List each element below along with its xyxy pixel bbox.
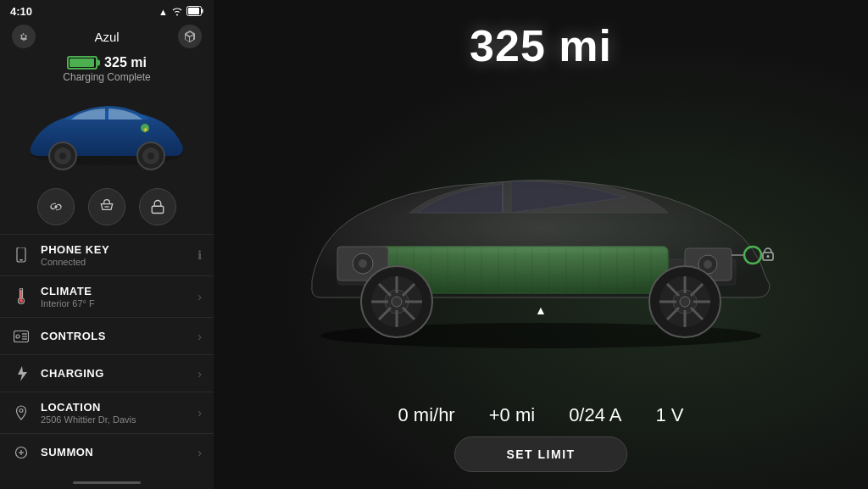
svg-point-80 — [680, 297, 690, 307]
menu-list: PHONE KEY Connected ℹ CLIMATE Interior 6… — [0, 234, 214, 470]
right-content: 325 mi — [214, 0, 868, 489]
location-subtitle: 2506 Whittier Dr, Davis — [41, 414, 187, 425]
climate-text: CLIMATE Interior 67° F — [41, 285, 187, 308]
battery-icon — [67, 56, 97, 69]
menu-item-charging[interactable]: CHARGING › — [0, 354, 214, 392]
svg-point-84 — [767, 255, 770, 258]
phone-key-icon — [12, 247, 31, 263]
added-value: +0 mi — [489, 404, 535, 425]
svg-rect-14 — [152, 206, 164, 213]
location-title: LOCATION — [41, 401, 187, 414]
home-indicator — [73, 481, 141, 484]
svg-point-22 — [16, 335, 19, 338]
main-panel: 325 mi — [214, 0, 868, 489]
charging-title: CHARGING — [41, 367, 187, 380]
settings-button[interactable] — [12, 25, 36, 48]
status-bar: 4:10 ▲ — [0, 0, 214, 21]
stat-added: +0 mi — [489, 404, 535, 426]
svg-point-56 — [704, 260, 712, 269]
svg-point-26 — [19, 409, 23, 413]
car-3d-area: ▲ — [214, 71, 868, 404]
svg-text:⚡: ⚡ — [142, 126, 149, 133]
phone-key-title: PHONE KEY — [41, 243, 187, 256]
speed-value: 0 mi/hr — [398, 404, 454, 425]
home-bar — [0, 475, 214, 489]
svg-point-12 — [54, 205, 57, 208]
charging-icon — [12, 366, 31, 381]
wifi-icon — [171, 6, 183, 18]
controls-text: CONTROLS — [41, 330, 187, 342]
phone-key-info-icon[interactable]: ℹ — [198, 248, 202, 262]
car-image-area: ⚡ — [0, 88, 214, 181]
stat-voltage: 1 V — [656, 404, 684, 426]
menu-item-location[interactable]: LOCATION 2506 Whittier Dr, Davis › — [0, 392, 214, 433]
controls-title: CONTROLS — [41, 330, 187, 342]
battery-row: 325 mi — [67, 55, 147, 70]
phone-key-subtitle: Connected — [41, 257, 187, 267]
voltage-value: 1 V — [656, 404, 684, 425]
menu-item-phone-key[interactable]: PHONE KEY Connected ℹ — [0, 234, 214, 275]
lock-button[interactable] — [139, 188, 176, 225]
sidebar-header: Azul — [0, 21, 214, 53]
3d-view-button[interactable] — [178, 25, 202, 48]
stat-speed: 0 mi/hr — [398, 404, 454, 426]
status-time: 4:10 — [10, 5, 32, 18]
location-chevron-icon: › — [198, 406, 202, 420]
set-limit-button[interactable]: SET LIMIT — [454, 436, 626, 472]
svg-rect-1 — [188, 8, 199, 14]
controls-chevron-icon: › — [198, 330, 202, 343]
car-cutaway-svg: ▲ — [270, 128, 812, 348]
menu-item-summon[interactable]: SUMMON › — [0, 433, 214, 470]
svg-rect-2 — [202, 8, 203, 13]
control-buttons — [0, 181, 214, 234]
range-display: 325 mi — [470, 20, 612, 71]
location-text: LOCATION 2506 Whittier Dr, Davis — [41, 401, 187, 425]
fan-button[interactable] — [37, 188, 75, 225]
charging-chevron-icon: › — [198, 367, 202, 381]
svg-text:▲: ▲ — [535, 303, 547, 317]
climate-icon — [12, 288, 31, 305]
battery-miles: 325 mi — [104, 55, 147, 70]
summon-text: SUMMON — [41, 446, 187, 458]
current-value: 0/24 A — [569, 404, 621, 425]
summon-title: SUMMON — [41, 446, 187, 458]
controls-icon — [12, 331, 31, 342]
charging-status: Charging Complete — [63, 71, 150, 83]
car-name: Azul — [94, 30, 119, 44]
stats-bar: 0 mi/hr +0 mi 0/24 A 1 V — [398, 404, 683, 426]
charging-text: CHARGING — [41, 367, 187, 380]
status-icons: ▲ — [159, 6, 203, 18]
stat-current: 0/24 A — [569, 404, 621, 426]
battery-status-icon — [186, 6, 203, 18]
svg-point-53 — [359, 259, 367, 268]
sidebar: 4:10 ▲ — [0, 0, 214, 489]
svg-point-6 — [59, 153, 66, 159]
climate-chevron-icon: › — [198, 290, 202, 303]
summon-chevron-icon: › — [198, 446, 202, 459]
location-icon — [12, 405, 31, 420]
menu-item-controls[interactable]: CONTROLS › — [0, 317, 214, 354]
climate-subtitle: Interior 67° F — [41, 298, 187, 308]
menu-item-climate[interactable]: CLIMATE Interior 67° F › — [0, 275, 214, 317]
summon-icon — [12, 446, 31, 459]
svg-point-68 — [392, 297, 402, 307]
climate-title: CLIMATE — [41, 285, 187, 297]
battery-info: 325 mi Charging Complete — [0, 53, 214, 88]
phone-key-text: PHONE KEY Connected — [41, 243, 187, 267]
svg-point-9 — [147, 153, 154, 159]
svg-point-20 — [19, 299, 23, 303]
car-image: ⚡ — [14, 92, 200, 177]
trunk-button[interactable] — [88, 188, 125, 225]
signal-icon: ▲ — [159, 7, 168, 17]
battery-fill — [70, 58, 94, 67]
svg-rect-16 — [19, 259, 23, 261]
